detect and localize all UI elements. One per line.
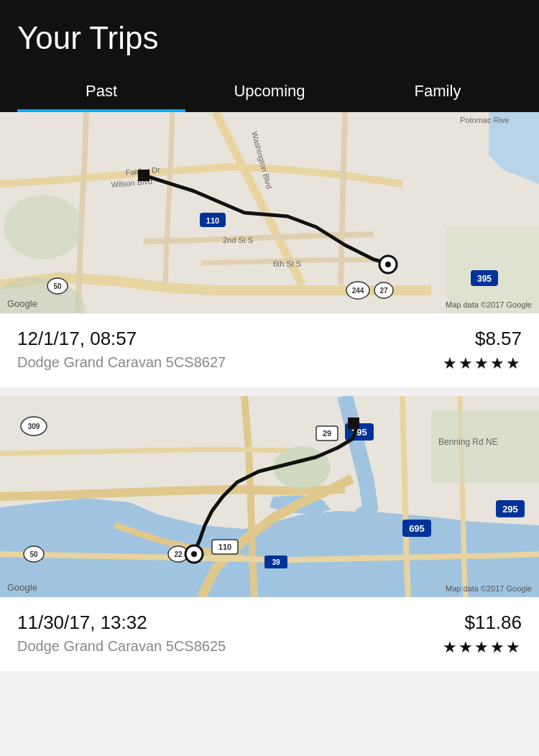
trip-details-right: $8.57 ★★★★★ [443, 328, 522, 373]
trip-card: 110 50 244 27 395 Fairfax Dr Wilson Blvd… [0, 112, 539, 387]
svg-text:27: 27 [379, 287, 388, 295]
svg-text:Benning Rd NE: Benning Rd NE [438, 437, 498, 447]
svg-text:29: 29 [323, 429, 331, 438]
trip-card: 395 695 295 29 110 309 50 [0, 396, 539, 671]
svg-rect-47 [348, 418, 359, 429]
svg-text:110: 110 [206, 216, 219, 225]
svg-text:Potomac Rive: Potomac Rive [460, 116, 509, 124]
svg-text:22: 22 [174, 550, 183, 558]
map-credit: Map data ©2017 Google [446, 584, 532, 593]
trip-date: 11/30/17, 13:32 [17, 612, 226, 634]
google-label: Google [7, 298, 37, 309]
header: Your Trips Past Upcoming Family [0, 0, 539, 112]
trip-price: $8.57 [443, 328, 522, 350]
svg-text:244: 244 [352, 287, 364, 295]
trip-details-left: 12/1/17, 08:57 Dodge Grand Caravan 5CS86… [17, 328, 226, 371]
svg-point-46 [191, 551, 197, 557]
trip-price: $11.86 [443, 612, 522, 634]
tab-bar: Past Upcoming Family [17, 73, 522, 112]
svg-text:695: 695 [409, 523, 425, 534]
svg-text:39: 39 [272, 558, 280, 566]
svg-text:50: 50 [29, 550, 38, 558]
svg-point-22 [385, 262, 391, 267]
svg-text:110: 110 [218, 543, 231, 551]
tab-family[interactable]: Family [354, 73, 522, 112]
trip-vehicle: Dodge Grand Caravan 5CS8627 [17, 354, 226, 371]
svg-text:2nd St S: 2nd St S [223, 236, 253, 244]
svg-rect-20 [138, 170, 149, 181]
trip-vehicle: Dodge Grand Caravan 5CS8625 [17, 638, 226, 655]
page-title: Your Trips [17, 20, 522, 56]
trip-info: 11/30/17, 13:32 Dodge Grand Caravan 5CS8… [0, 597, 539, 671]
svg-text:309: 309 [28, 423, 40, 430]
trip-map: 395 695 295 29 110 309 50 [0, 396, 539, 597]
trip-map: 110 50 244 27 395 Fairfax Dr Wilson Blvd… [0, 112, 539, 313]
svg-text:6th St S: 6th St S [273, 259, 301, 268]
trip-date: 12/1/17, 08:57 [17, 328, 226, 350]
trip-info: 12/1/17, 08:57 Dodge Grand Caravan 5CS86… [0, 313, 539, 387]
svg-point-1 [4, 195, 83, 259]
trip-details-right: $11.86 ★★★★★ [443, 612, 522, 657]
tab-upcoming[interactable]: Upcoming [185, 73, 354, 112]
svg-text:50: 50 [53, 282, 62, 290]
trip-details-left: 11/30/17, 13:32 Dodge Grand Caravan 5CS8… [17, 612, 226, 655]
trip-rating: ★★★★★ [443, 638, 522, 657]
google-label: Google [7, 582, 37, 593]
map-credit: Map data ©2017 Google [446, 300, 532, 309]
trip-rating: ★★★★★ [443, 354, 522, 373]
svg-text:295: 295 [502, 504, 518, 515]
tab-past[interactable]: Past [17, 73, 185, 112]
svg-text:395: 395 [477, 274, 492, 284]
